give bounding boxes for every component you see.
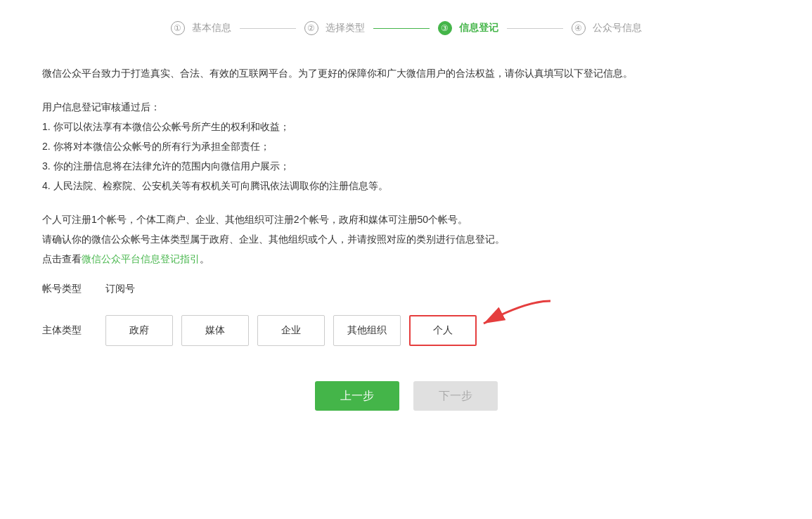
entity-btn-enterprise[interactable]: 企业 — [257, 315, 325, 346]
entity-type-label: 主体类型 — [42, 324, 105, 337]
entity-btn-personal[interactable]: 个人 — [409, 315, 477, 346]
step-line-3 — [507, 28, 563, 29]
notice-block: 用户信息登记审核通过后： 1. 你可以依法享有本微信公众帐号所产生的权利和收益；… — [42, 97, 770, 196]
step-1-circle: ① — [171, 21, 185, 35]
link-suffix: 。 — [200, 253, 210, 264]
intro-line1: 微信公众平台致力于打造真实、合法、有效的互联网平台。为了更好的保障你和广大微信用… — [42, 63, 770, 83]
account-type-row: 帐号类型 订阅号 — [42, 283, 770, 295]
step-1-label: 基本信息 — [192, 22, 231, 34]
step-2: ② 选择类型 — [304, 21, 365, 35]
bottom-buttons: 上一步 下一步 — [42, 381, 770, 411]
arrow-annotation — [477, 294, 554, 336]
next-button: 下一步 — [413, 381, 498, 411]
step-3: ③ 信息登记 — [438, 21, 498, 35]
notice-item-2: 2. 你将对本微信公众帐号的所有行为承担全部责任； — [42, 136, 770, 156]
step-2-circle: ② — [304, 21, 318, 35]
stepper: ① 基本信息 ② 选择类型 ③ 信息登记 ④ 公众号信息 — [42, 21, 770, 35]
step-4: ④ 公众号信息 — [572, 21, 642, 35]
extra-block: 个人可注册1个帐号，个体工商户、企业、其他组织可注册2个帐号，政府和媒体可注册5… — [42, 210, 770, 269]
step-3-circle: ③ — [438, 21, 452, 35]
notice-item-4: 4. 人民法院、检察院、公安机关等有权机关可向腾讯依法调取你的注册信息等。 — [42, 176, 770, 196]
entity-buttons-group: 政府 媒体 企业 其他组织 个人 — [105, 315, 477, 346]
step-3-label: 信息登记 — [459, 22, 498, 34]
entity-type-row: 主体类型 政府 媒体 企业 其他组织 个人 — [42, 315, 770, 346]
extra-line2: 请确认你的微信公众帐号主体类型属于政府、企业、其他组织或个人，并请按照对应的类别… — [42, 229, 770, 249]
info-link[interactable]: 微信公众平台信息登记指引 — [82, 253, 200, 264]
prev-button[interactable]: 上一步 — [315, 381, 399, 411]
notice-item-1: 1. 你可以依法享有本微信公众帐号所产生的权利和收益； — [42, 117, 770, 136]
account-type-value: 订阅号 — [105, 283, 135, 295]
entity-btn-gov[interactable]: 政府 — [105, 315, 173, 346]
notice-item-3: 3. 你的注册信息将在法律允许的范围内向微信用户展示； — [42, 156, 770, 176]
step-1: ① 基本信息 — [171, 21, 231, 35]
notice-title: 用户信息登记审核通过后： — [42, 97, 770, 117]
step-line-1 — [240, 28, 296, 29]
entity-btn-other[interactable]: 其他组织 — [333, 315, 401, 346]
step-line-2 — [373, 28, 430, 29]
entity-btn-media[interactable]: 媒体 — [181, 315, 249, 346]
personal-btn-wrapper: 个人 — [409, 315, 477, 346]
account-type-label: 帐号类型 — [42, 283, 105, 295]
step-4-label: 公众号信息 — [593, 22, 642, 34]
link-line: 点击查看微信公众平台信息登记指引。 — [42, 249, 770, 269]
intro-block: 微信公众平台致力于打造真实、合法、有效的互联网平台。为了更好的保障你和广大微信用… — [42, 63, 770, 83]
link-prefix: 点击查看 — [42, 253, 82, 264]
extra-line1: 个人可注册1个帐号，个体工商户、企业、其他组织可注册2个帐号，政府和媒体可注册5… — [42, 210, 770, 229]
step-4-circle: ④ — [572, 21, 586, 35]
step-2-label: 选择类型 — [326, 22, 365, 34]
